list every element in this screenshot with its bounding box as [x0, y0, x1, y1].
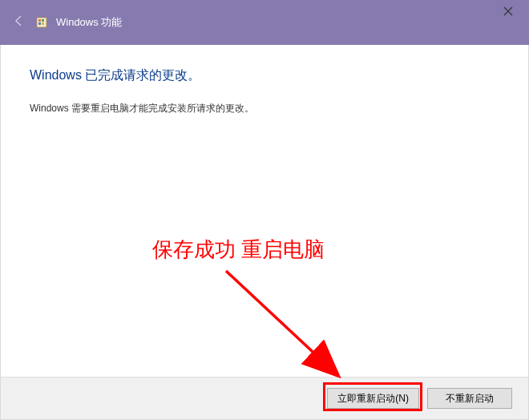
svg-rect-3 [38, 22, 41, 25]
window-title: Windows 功能 [56, 15, 122, 30]
titlebar: Windows 功能 [0, 0, 529, 45]
windows-features-icon [35, 15, 50, 30]
page-heading: Windows 已完成请求的更改。 [30, 67, 499, 84]
svg-rect-1 [38, 19, 41, 22]
restart-now-button[interactable]: 立即重新启动(N) [327, 388, 419, 409]
no-restart-button[interactable]: 不重新启动 [427, 388, 512, 409]
close-button[interactable] [487, 0, 529, 22]
svg-rect-4 [42, 22, 44, 25]
svg-rect-2 [42, 19, 44, 22]
content-area: Windows 已完成请求的更改。 Windows 需要重启电脑才能完成安装所请… [0, 45, 529, 377]
back-arrow-icon [11, 14, 26, 32]
footer: 立即重新启动(N) 不重新启动 [0, 377, 529, 420]
body-text: Windows 需要重启电脑才能完成安装所请求的更改。 [30, 102, 499, 115]
